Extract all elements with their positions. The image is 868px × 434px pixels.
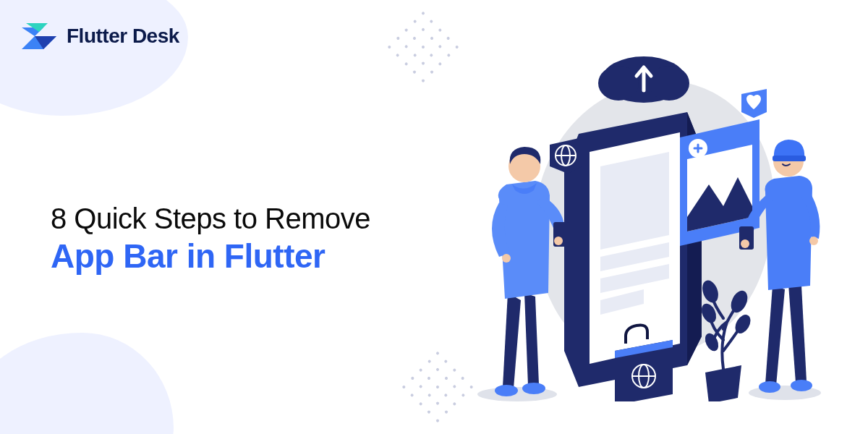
svg-point-29 [741, 239, 749, 248]
svg-rect-32 [773, 156, 806, 161]
svg-point-23 [502, 254, 511, 263]
svg-point-5 [649, 66, 689, 101]
heading-line-1: 8 Quick Steps to Remove [51, 203, 370, 235]
svg-point-30 [809, 237, 818, 245]
logo-mark-icon [22, 20, 59, 52]
decorative-blob-top-left [0, 0, 188, 116]
svg-point-4 [598, 66, 639, 101]
page-heading: 8 Quick Steps to Remove App Bar in Flutt… [51, 203, 370, 276]
svg-point-26 [759, 381, 780, 393]
heading-line-2: App Bar in Flutter [51, 237, 370, 276]
svg-point-27 [791, 380, 812, 391]
hero-illustration [456, 40, 832, 401]
svg-point-22 [554, 237, 563, 245]
brand-name: Flutter Desk [67, 25, 179, 48]
svg-point-19 [495, 385, 518, 396]
brand-logo: Flutter Desk [22, 20, 179, 52]
svg-point-20 [522, 383, 545, 394]
decorative-blob-bottom-left [0, 333, 174, 434]
dot-pattern-top [388, 12, 459, 83]
